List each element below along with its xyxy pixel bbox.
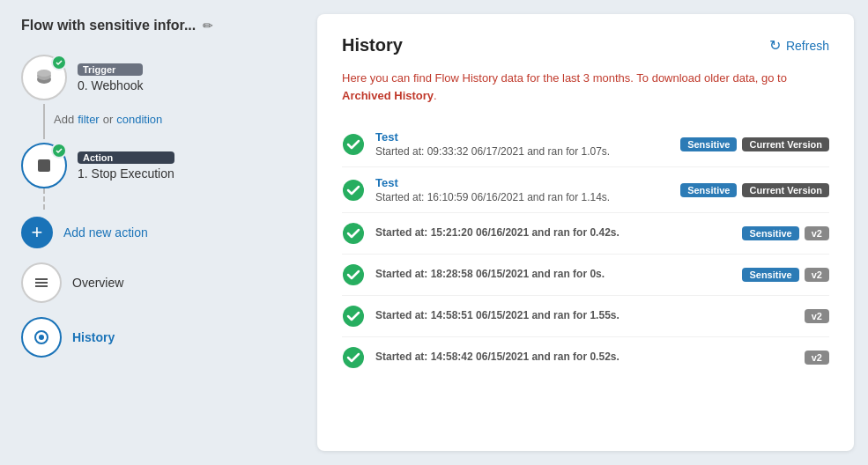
trigger-label-group: Trigger 0. Webhook bbox=[78, 63, 143, 92]
connector-row: Add filter or condition bbox=[43, 100, 162, 143]
trigger-name: 0. Webhook bbox=[78, 78, 143, 92]
refresh-button[interactable]: ↻ Refresh bbox=[769, 37, 829, 54]
badge: Sensitive bbox=[680, 183, 737, 197]
add-text: Add bbox=[54, 113, 74, 126]
dashed-connector bbox=[43, 188, 45, 210]
svg-point-8 bbox=[39, 335, 44, 340]
history-item[interactable]: TestStarted at: 16:10:59 06/16/2021 and … bbox=[342, 167, 829, 213]
history-item[interactable]: Started at: 14:58:51 06/15/2021 and ran … bbox=[342, 296, 829, 337]
overview-label: Overview bbox=[72, 276, 123, 290]
history-badges: Sensitivev2 bbox=[742, 268, 829, 282]
flow-title: Flow with sensitive infor... bbox=[21, 18, 196, 33]
add-action-button[interactable]: + bbox=[21, 217, 53, 248]
check-icon bbox=[342, 179, 365, 202]
badge: v2 bbox=[805, 309, 829, 323]
history-content: Started at: 15:21:20 06/16/2021 and ran … bbox=[375, 226, 731, 240]
info-text: Here you can find Flow History data for … bbox=[342, 70, 829, 104]
filter-link[interactable]: filter bbox=[78, 113, 100, 126]
history-badges: v2 bbox=[805, 309, 829, 323]
svg-point-12 bbox=[343, 264, 364, 285]
check-icon bbox=[342, 263, 365, 286]
history-detail: Started at: 18:28:58 06/15/2021 and ran … bbox=[375, 268, 731, 280]
panel-header: History ↻ Refresh bbox=[342, 35, 829, 55]
connector-text: Add filter or condition bbox=[54, 104, 162, 126]
check-icon bbox=[342, 133, 365, 156]
or-text: or bbox=[103, 113, 114, 126]
node-container: Trigger 0. Webhook Add filter or conditi… bbox=[21, 55, 296, 365]
action-icon-wrap bbox=[21, 143, 67, 188]
trigger-badge bbox=[51, 55, 67, 70]
history-content: Started at: 14:58:51 06/15/2021 and ran … bbox=[375, 309, 794, 323]
archived-history-link[interactable]: Archived History bbox=[342, 89, 434, 102]
history-label: History bbox=[72, 330, 115, 344]
badge: Current Version bbox=[742, 137, 829, 151]
add-action-label[interactable]: Add new action bbox=[63, 225, 148, 240]
history-detail: Started at: 16:10:59 06/16/2021 and ran … bbox=[375, 191, 670, 203]
action-name: 1. Stop Execution bbox=[78, 166, 174, 181]
sidebar: Flow with sensitive infor... ✏ Trigger bbox=[0, 0, 317, 465]
nav-item-overview[interactable]: Overview bbox=[21, 255, 123, 310]
check-icon bbox=[342, 346, 365, 369]
badge: Sensitive bbox=[742, 268, 798, 282]
add-action-row: + Add new action bbox=[21, 217, 148, 248]
connector-line bbox=[43, 104, 45, 139]
badge: Sensitive bbox=[742, 226, 798, 240]
history-item[interactable]: TestStarted at: 09:33:32 06/17/2021 and … bbox=[342, 122, 829, 167]
panel-title: History bbox=[342, 35, 403, 55]
history-detail: Started at: 14:58:51 06/15/2021 and ran … bbox=[375, 309, 794, 321]
action-label-group: Action 1. Stop Execution bbox=[78, 151, 174, 181]
history-badges: SensitiveCurrent Version bbox=[680, 137, 829, 151]
svg-point-13 bbox=[343, 306, 364, 327]
flow-title-row: Flow with sensitive infor... ✏ bbox=[21, 18, 296, 33]
history-list: TestStarted at: 09:33:32 06/17/2021 and … bbox=[342, 122, 829, 378]
history-badges: Sensitivev2 bbox=[742, 226, 829, 240]
history-name: Test bbox=[375, 176, 670, 189]
action-tag: Action bbox=[78, 151, 174, 164]
trigger-node-row: Trigger 0. Webhook bbox=[21, 55, 143, 100]
overview-icon-wrap bbox=[21, 262, 62, 303]
history-item[interactable]: Started at: 14:58:42 06/15/2021 and ran … bbox=[342, 337, 829, 378]
trigger-tag: Trigger bbox=[78, 63, 143, 76]
main-panel: History ↻ Refresh Here you can find Flow… bbox=[317, 14, 854, 451]
svg-point-10 bbox=[343, 180, 364, 201]
badge: v2 bbox=[805, 226, 829, 240]
edit-icon[interactable]: ✏ bbox=[203, 18, 213, 33]
check-icon bbox=[342, 305, 365, 328]
condition-link[interactable]: condition bbox=[116, 113, 162, 126]
svg-point-9 bbox=[343, 134, 364, 155]
history-icon-wrap bbox=[21, 317, 62, 358]
history-badges: SensitiveCurrent Version bbox=[680, 183, 829, 197]
svg-point-2 bbox=[37, 70, 51, 77]
check-icon bbox=[342, 222, 365, 245]
history-detail: Started at: 09:33:32 06/17/2021 and ran … bbox=[375, 145, 670, 158]
history-content: TestStarted at: 16:10:59 06/16/2021 and … bbox=[375, 176, 670, 203]
badge: Current Version bbox=[742, 183, 829, 197]
history-item[interactable]: Started at: 15:21:20 06/16/2021 and ran … bbox=[342, 213, 829, 255]
action-badge bbox=[51, 143, 67, 159]
history-detail: Started at: 15:21:20 06/16/2021 and ran … bbox=[375, 226, 731, 239]
refresh-icon: ↻ bbox=[769, 37, 781, 54]
history-badges: v2 bbox=[805, 351, 829, 365]
badge: Sensitive bbox=[680, 137, 737, 151]
refresh-label: Refresh bbox=[786, 39, 829, 53]
badge: v2 bbox=[805, 351, 829, 365]
action-node-row: Action 1. Stop Execution bbox=[21, 143, 174, 188]
history-content: Started at: 14:58:42 06/15/2021 and ran … bbox=[375, 351, 794, 365]
history-content: Started at: 18:28:58 06/15/2021 and ran … bbox=[375, 268, 731, 282]
badge: v2 bbox=[805, 268, 829, 282]
history-item[interactable]: Started at: 18:28:58 06/15/2021 and ran … bbox=[342, 255, 829, 296]
svg-point-14 bbox=[343, 347, 364, 368]
history-content: TestStarted at: 09:33:32 06/17/2021 and … bbox=[375, 130, 670, 158]
trigger-icon-wrap bbox=[21, 55, 67, 100]
svg-point-11 bbox=[343, 223, 364, 244]
history-detail: Started at: 14:58:42 06/15/2021 and ran … bbox=[375, 351, 794, 363]
nav-item-history[interactable]: History bbox=[21, 310, 115, 365]
svg-rect-3 bbox=[38, 159, 50, 172]
history-name: Test bbox=[375, 130, 670, 144]
